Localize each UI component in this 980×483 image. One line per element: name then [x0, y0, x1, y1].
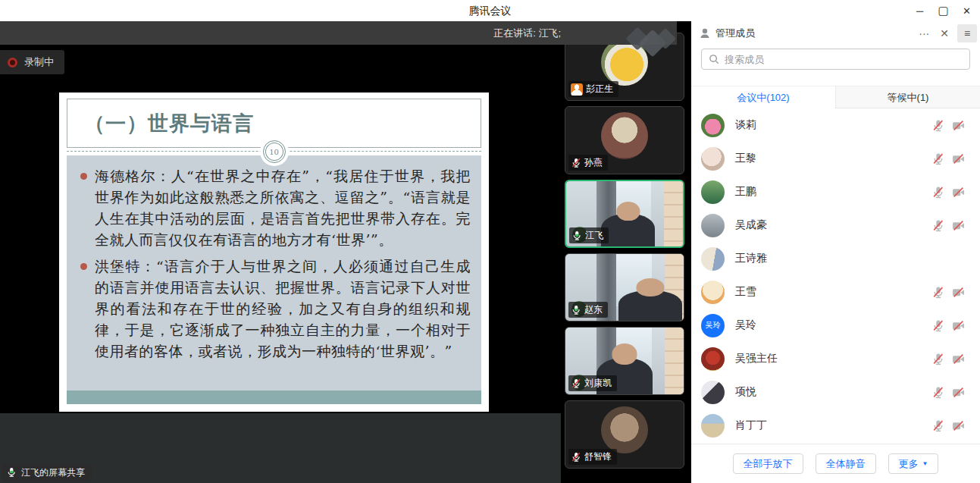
- camera-off-icon[interactable]: [952, 319, 965, 332]
- video-thumbnail[interactable]: 刘康凯: [565, 327, 684, 395]
- close-icon[interactable]: ✕: [955, 0, 978, 21]
- video-thumbnail[interactable]: 孙燕: [565, 106, 684, 174]
- participant-name: 舒智锋: [584, 450, 612, 463]
- tab-in-meeting[interactable]: 会议中(102): [691, 86, 835, 108]
- lower-all-hands-button[interactable]: 全部手放下: [733, 453, 803, 474]
- participant-name-badge: 江飞: [569, 227, 609, 243]
- member-name: 项悦: [735, 385, 756, 399]
- camera-off-icon[interactable]: [952, 286, 965, 299]
- participant-name-badge: 彭正生: [568, 81, 618, 97]
- avatar: [701, 247, 725, 271]
- no-audio-icon: [571, 83, 583, 96]
- camera-off-icon[interactable]: [952, 353, 965, 365]
- panel-footer: 全部手放下 全体静音 更多 ▼: [691, 444, 980, 483]
- camera-off-icon[interactable]: [952, 119, 965, 132]
- mic-muted-icon: [571, 158, 581, 168]
- member-row[interactable]: 王雪: [691, 275, 980, 309]
- recording-indicator: 录制中: [0, 50, 64, 74]
- window-titlebar: 腾讯会议 ─ ▢ ✕: [0, 0, 980, 21]
- participant-name-badge: 舒智锋: [568, 449, 617, 465]
- mic-muted-icon: [571, 378, 581, 389]
- participant-name: 刘康凯: [584, 377, 612, 390]
- more-button[interactable]: 更多 ▼: [888, 453, 939, 474]
- mic-muted-icon[interactable]: [931, 286, 944, 299]
- camera-off-icon[interactable]: [952, 186, 965, 199]
- member-row[interactable]: 王诗雅: [691, 242, 980, 275]
- search-box: [701, 49, 970, 70]
- avatar: [701, 281, 725, 304]
- mic-muted-icon[interactable]: [931, 419, 944, 432]
- search-input[interactable]: [702, 49, 969, 69]
- video-thumbnail[interactable]: 赵东: [565, 253, 684, 321]
- member-name: 王雪: [735, 285, 756, 299]
- participant-name: 孙燕: [584, 156, 603, 169]
- mic-muted-icon[interactable]: [931, 319, 944, 332]
- mic-muted-icon: [571, 452, 581, 463]
- presentation-slide: （一）世界与语言 10 海德格尔：人“在世界之中存在”，“我居住于世界，我把世界…: [59, 93, 489, 412]
- slide-bullet: 海德格尔：人“在世界之中存在”，“我居住于世界，我把世界作为如此这般熟悉之所依寓…: [79, 165, 471, 250]
- panel-close-icon[interactable]: ✕: [935, 27, 954, 39]
- members-icon: [699, 27, 711, 39]
- mic-muted-icon[interactable]: [931, 119, 944, 132]
- mic-muted-icon[interactable]: [931, 353, 944, 365]
- mic-on-icon: [571, 231, 582, 241]
- member-row[interactable]: 肖丁丁: [691, 409, 980, 442]
- recording-label: 录制中: [24, 55, 54, 69]
- member-name: 王诗雅: [735, 252, 767, 265]
- participant-name: 彭正生: [586, 83, 613, 96]
- member-name: 王黎: [735, 152, 756, 165]
- maximize-icon[interactable]: ▢: [931, 0, 955, 21]
- avatar: [701, 180, 725, 204]
- camera-off-icon[interactable]: [952, 152, 965, 165]
- minimize-icon[interactable]: ─: [908, 0, 931, 21]
- member-name: 谈莉: [735, 118, 756, 132]
- member-row[interactable]: 吴成豪: [691, 209, 980, 242]
- avatar: [601, 406, 648, 453]
- participant-name-badge: 孙燕: [568, 155, 608, 171]
- video-thumbnail-speaking[interactable]: 江飞: [565, 180, 684, 248]
- participant-name: 江飞: [585, 229, 603, 242]
- mute-all-button[interactable]: 全体静音: [816, 453, 876, 474]
- mic-muted-icon[interactable]: [931, 186, 944, 199]
- avatar: [701, 347, 725, 371]
- slide-body: 海德格尔：人“在世界之中存在”，“我居住于世界，我把世界作为如此这般熟悉之所依寓…: [67, 155, 481, 390]
- mic-muted-icon[interactable]: [931, 219, 944, 232]
- member-row[interactable]: 项悦: [691, 375, 980, 409]
- meeting-logo-watermark: [626, 24, 679, 58]
- avatar: [701, 414, 725, 438]
- member-name: 王鹏: [735, 185, 756, 199]
- camera-off-icon[interactable]: [952, 219, 965, 232]
- participant-name-badge: 刘康凯: [568, 375, 617, 391]
- member-row[interactable]: 王黎: [691, 142, 980, 175]
- member-name: 吴玲: [735, 318, 756, 332]
- member-row[interactable]: 吴玲 吴玲: [691, 309, 980, 342]
- active-speaker-label: 正在讲话: 江飞;: [493, 21, 561, 45]
- more-label: 更多: [899, 457, 919, 471]
- member-list[interactable]: 谈莉 王黎 王鹏: [691, 108, 980, 444]
- bullet-text: 海德格尔：人“在世界之中存在”，“我居住于世界，我把世界作为如此这般熟悉之所依寓…: [95, 165, 471, 250]
- mic-muted-icon[interactable]: [931, 386, 944, 399]
- member-row[interactable]: 吴强主任: [691, 342, 980, 375]
- member-row[interactable]: 谈莉: [691, 108, 980, 142]
- participant-name: 赵东: [584, 303, 603, 316]
- camera-off-icon[interactable]: [952, 419, 965, 432]
- panel-more-icon[interactable]: ···: [913, 27, 935, 39]
- window-controls: ─ ▢ ✕: [908, 0, 978, 21]
- video-thumbnail[interactable]: 舒智锋: [565, 400, 684, 469]
- panel-collapse-icon[interactable]: ≡: [957, 24, 977, 42]
- avatar: 吴玲: [701, 314, 725, 337]
- member-name: 吴成豪: [735, 218, 767, 232]
- slide-footer-strip: [67, 390, 481, 404]
- bullet-text: 洪堡特：“语言介于人与世界之间，人必须通过自己生成的语言并使用语言去认识、把握世…: [95, 256, 471, 362]
- avatar: [601, 112, 648, 159]
- search-section: [691, 45, 980, 86]
- manage-members-panel: 管理成员 ··· ✕ ≡ 会议中(102) 等候中(1) 谈莉: [691, 21, 980, 483]
- member-name: 吴强主任: [735, 352, 778, 365]
- mic-muted-icon[interactable]: [931, 152, 944, 165]
- camera-off-icon[interactable]: [952, 386, 965, 399]
- member-tabs: 会议中(102) 等候中(1): [691, 86, 980, 108]
- member-row[interactable]: 王鹏: [691, 175, 980, 209]
- tab-waiting[interactable]: 等候中(1): [835, 86, 980, 108]
- screen-share-indicator: 江飞的屏幕共享: [2, 464, 92, 481]
- bullet-dot-icon: [80, 263, 87, 270]
